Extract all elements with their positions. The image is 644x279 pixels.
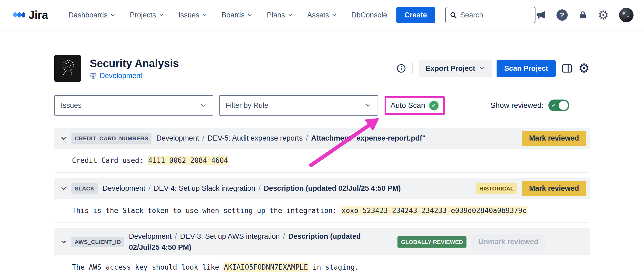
finding-path: Development/DEV-3: Set up AWS integratio… — [129, 231, 392, 253]
chevron-down-icon — [479, 65, 485, 72]
finding-snippet: The AWS access key should look like AKIA… — [72, 262, 583, 273]
top-navbar: Jira Dashboards Projects Issues Boards P… — [0, 0, 644, 30]
auto-scan-enabled-check-icon: ✓ — [429, 101, 439, 111]
finding-body: This is the Slack token to use when sett… — [54, 199, 590, 223]
finding-header: SLACK Development/DEV-4: Set up Slack in… — [54, 178, 590, 199]
chevron-down-icon — [110, 12, 116, 18]
unmark-reviewed-button[interactable]: Unmark reviewed — [471, 234, 545, 249]
project-avatar — [54, 55, 81, 82]
chevron-down-icon — [365, 102, 372, 109]
show-reviewed-control: Show reviewed: ✓ — [490, 100, 569, 111]
show-reviewed-toggle[interactable]: ✓ — [548, 100, 569, 111]
snippet-text: This is the Slack token to use when sett… — [72, 207, 341, 215]
nav-item-assets[interactable]: Assets — [307, 11, 337, 19]
mark-reviewed-button[interactable]: Mark reviewed — [522, 131, 586, 146]
nav-item-label: Assets — [307, 11, 329, 19]
rule-badge: CREDIT_CARD_NUMBERS — [71, 133, 151, 144]
jira-logo[interactable]: Jira — [13, 9, 48, 21]
rule-badge: SLACK — [71, 183, 98, 194]
finding-card-slack: SLACK Development/DEV-4: Set up Slack in… — [54, 178, 590, 223]
nav-item-dbconsole[interactable]: DbConsole — [351, 11, 387, 19]
chevron-down-icon — [331, 12, 337, 18]
project-header: Security Analysis Development — [54, 55, 590, 82]
user-avatar[interactable] — [619, 8, 634, 22]
nav-item-boards[interactable]: Boards — [222, 11, 253, 19]
snippet-text: in staging. — [309, 263, 359, 271]
show-reviewed-label: Show reviewed: — [490, 101, 544, 110]
chevron-down-icon — [158, 12, 164, 18]
create-button[interactable]: Create — [396, 7, 435, 23]
project-link[interactable]: Development — [100, 72, 142, 80]
rule-filter-value: Filter by Rule — [226, 101, 365, 110]
header-actions: Export Project Scan Project ⚙ — [396, 60, 590, 77]
gear-glyph: ⚙ — [578, 62, 590, 75]
mark-reviewed-button[interactable]: Mark reviewed — [522, 181, 586, 196]
nav-item-projects[interactable]: Projects — [130, 11, 164, 19]
snippet-highlight: xoxo-523423-234243-234233-e039d02840a0b9… — [341, 206, 527, 215]
navbar-right-icons: ? ⚙ — [536, 8, 634, 22]
finding-header: AWS_CLIENT_ID Development/DEV-3: Set up … — [54, 228, 590, 255]
finding-body: The AWS access key should look like AKIA… — [54, 255, 590, 279]
snippet-text: Credit Card used: — [72, 156, 148, 164]
detail-view-icon[interactable] — [561, 63, 573, 74]
help-icon[interactable]: ? — [556, 9, 568, 21]
auto-scan-label: Auto Scan — [390, 101, 425, 110]
question-mark-glyph: ? — [560, 11, 564, 19]
snippet-highlight: 4111 0062 2084 4604 — [148, 156, 229, 165]
path-segment: Development — [103, 184, 145, 192]
nav-item-label: Plans — [267, 11, 285, 19]
path-separator: / — [149, 184, 151, 192]
info-icon[interactable] — [396, 63, 406, 74]
findings-list: CREDIT_CARD_NUMBERS Development/DEV-5: A… — [54, 128, 590, 279]
finding-snippet: Credit Card used: 4111 0062 2084 4604 — [72, 155, 583, 166]
path-segment: Description (updated 02/Jul/25 4:50 PM) — [264, 184, 401, 192]
nav-item-dashboards[interactable]: Dashboards — [68, 11, 116, 19]
main-content: Security Analysis Development — [0, 55, 644, 279]
finding-path: Development/DEV-4: Set up Slack integrat… — [103, 183, 471, 194]
nav-item-label: Projects — [130, 11, 156, 19]
finding-body: Credit Card used: 4111 0062 2084 4604 — [54, 149, 590, 173]
collapse-chevron-icon[interactable] — [60, 238, 67, 245]
search-input[interactable] — [460, 11, 531, 19]
issues-filter-select[interactable]: Issues — [54, 95, 213, 116]
collapse-chevron-icon[interactable] — [60, 185, 67, 192]
path-separator: / — [175, 232, 177, 240]
nav-item-issues[interactable]: Issues — [178, 11, 208, 19]
path-separator: / — [306, 134, 308, 142]
chevron-down-icon — [202, 12, 208, 18]
rule-badge: AWS_CLIENT_ID — [71, 237, 124, 247]
issues-filter-value: Issues — [61, 101, 200, 110]
path-segment: DEV-3: Set up AWS integration — [180, 232, 280, 240]
chevron-down-icon — [200, 102, 207, 109]
title-block: Security Analysis Development — [90, 57, 179, 80]
toggle-check-icon: ✓ — [552, 102, 556, 108]
gear-glyph: ⚙ — [598, 9, 609, 21]
finding-card-aws: AWS_CLIENT_ID Development/DEV-3: Set up … — [54, 228, 590, 279]
collapse-chevron-icon[interactable] — [60, 135, 67, 142]
check-glyph: ✓ — [432, 102, 436, 109]
nav-item-plans[interactable]: Plans — [267, 11, 293, 19]
announcements-megaphone-icon[interactable] — [536, 10, 546, 20]
lock-icon[interactable] — [578, 10, 588, 20]
vertical-divider — [412, 63, 413, 74]
brand-name: Jira — [28, 9, 48, 21]
nav-item-label: DbConsole — [351, 11, 387, 19]
path-segment: DEV-4: Set up Slack integration — [154, 184, 255, 192]
export-project-label: Export Project — [426, 64, 475, 73]
auto-scan-control[interactable]: Auto Scan ✓ — [390, 101, 439, 111]
finding-card-credit-card: CREDIT_CARD_NUMBERS Development/DEV-5: A… — [54, 128, 590, 173]
toggle-knob — [559, 101, 568, 110]
globally-reviewed-badge: GLOBALLY REVIEWED — [397, 236, 466, 248]
search-box — [445, 7, 536, 23]
path-segment: DEV-5: Audit expense reports — [208, 134, 303, 142]
jira-logo-icon — [13, 9, 25, 21]
annotation-highlight-box: Auto Scan ✓ — [385, 96, 445, 115]
board-settings-gear-icon[interactable]: ⚙ — [578, 62, 590, 75]
scan-project-button[interactable]: Scan Project — [497, 60, 556, 77]
path-segment: Attachment "expense-report.pdf" — [311, 134, 425, 142]
rule-filter-select[interactable]: Filter by Rule — [219, 95, 378, 116]
finding-snippet: This is the Slack token to use when sett… — [72, 205, 583, 216]
settings-gear-icon[interactable]: ⚙ — [598, 9, 609, 21]
export-project-button[interactable]: Export Project — [419, 60, 493, 77]
filter-row: Issues Filter by Rule Auto Scan ✓ Show r… — [54, 95, 590, 116]
